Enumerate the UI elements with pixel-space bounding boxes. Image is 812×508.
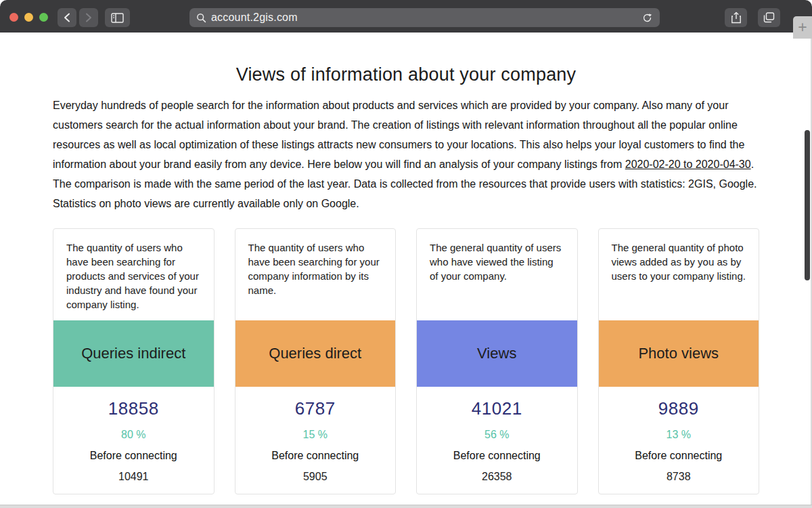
search-icon	[196, 13, 206, 23]
stat-percent: 13 %	[599, 429, 759, 441]
card-description: The general quantity of users who have v…	[417, 229, 577, 320]
tabs-overview-icon	[763, 12, 775, 23]
stat-percent: 80 %	[53, 429, 214, 441]
stat-value: 41021	[417, 398, 577, 419]
scrollbar-thumb[interactable]	[805, 130, 810, 280]
card-stats: 41021 56 % Before connecting 26358	[417, 387, 577, 494]
card-title-band: Photo views	[599, 320, 759, 387]
forward-button[interactable]	[79, 8, 98, 27]
card-description: The general quantity of photo views adde…	[599, 229, 759, 320]
stat-value: 9889	[599, 398, 759, 419]
card-title-band: Views	[417, 320, 577, 387]
card-description: The quantity of users who have been sear…	[53, 229, 214, 320]
show-tabs-button[interactable]	[758, 8, 780, 27]
sidebar-toggle-button[interactable]	[105, 8, 130, 27]
card-stats: 6787 15 % Before connecting 5905	[235, 387, 396, 494]
stat-before-label: Before connecting	[53, 450, 214, 462]
card-stats: 9889 13 % Before connecting 8738	[599, 387, 759, 494]
plus-icon: +	[798, 18, 807, 37]
stat-before-label: Before connecting	[599, 450, 759, 462]
stat-card-queries-indirect: The quantity of users who have been sear…	[53, 228, 215, 494]
window-bottom-edge	[0, 505, 812, 508]
page-title: Views of information about your company	[0, 33, 812, 85]
stat-value: 6787	[235, 398, 396, 419]
date-range-link[interactable]: 2020-02-20 to 2020-04-30	[625, 158, 751, 170]
chevron-right-icon	[85, 13, 93, 22]
card-title-band: Queries direct	[235, 320, 396, 387]
sidebar-icon	[111, 13, 124, 23]
stat-before-value: 26358	[417, 471, 577, 483]
card-description: The quantity of users who have been sear…	[235, 229, 396, 320]
refresh-icon[interactable]	[641, 12, 653, 24]
stat-percent: 15 %	[235, 429, 396, 441]
stat-card-photo-views: The general quantity of photo views adde…	[598, 228, 760, 494]
zoom-window-button[interactable]	[39, 13, 48, 22]
stat-before-value: 5905	[235, 471, 396, 483]
stat-card-views: The general quantity of users who have v…	[416, 228, 578, 494]
close-window-button[interactable]	[9, 13, 18, 22]
window-controls	[9, 13, 48, 22]
card-title-band: Queries indirect	[53, 320, 214, 387]
card-stats: 18858 80 % Before connecting 10491	[53, 387, 214, 494]
browser-window: account.2gis.com	[0, 0, 812, 508]
address-bar[interactable]: account.2gis.com	[189, 8, 660, 27]
intro-paragraph: Everyday hundreds of people search for t…	[53, 96, 759, 213]
share-icon	[731, 12, 742, 24]
stat-cards-row: The quantity of users who have been sear…	[53, 228, 759, 494]
stat-percent: 56 %	[417, 429, 577, 441]
stat-before-value: 8738	[599, 471, 759, 483]
new-tab-button[interactable]: +	[793, 16, 812, 39]
page-content: Views of information about your company …	[0, 33, 812, 505]
stat-before-value: 10491	[53, 471, 214, 483]
back-button[interactable]	[58, 8, 76, 27]
stat-card-queries-direct: The quantity of users who have been sear…	[235, 228, 397, 494]
chevron-left-icon	[63, 13, 71, 22]
browser-toolbar: account.2gis.com	[0, 0, 812, 33]
minimize-window-button[interactable]	[24, 13, 33, 22]
stat-before-label: Before connecting	[417, 450, 577, 462]
stat-value: 18858	[53, 398, 214, 419]
stat-before-label: Before connecting	[235, 450, 396, 462]
share-button[interactable]	[725, 8, 747, 27]
url-text: account.2gis.com	[211, 12, 641, 24]
